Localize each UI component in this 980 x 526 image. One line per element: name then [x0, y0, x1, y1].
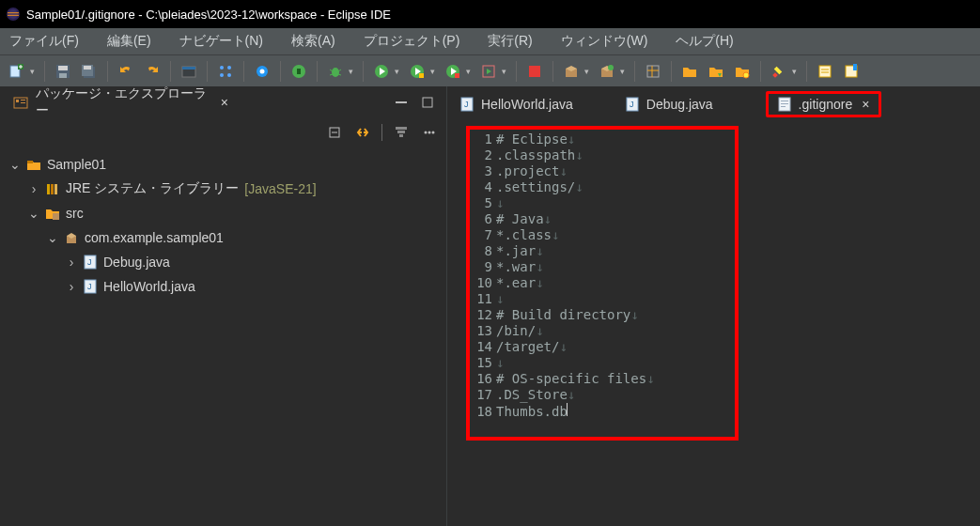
chevron-down-icon[interactable]: ⌄ — [28, 206, 39, 221]
tree-package[interactable]: ⌄ com.example.sample01 — [6, 225, 446, 250]
view-menu-icon[interactable] — [420, 123, 439, 142]
dropdown-icon[interactable]: ▾ — [347, 67, 354, 76]
save-icon[interactable] — [52, 60, 74, 83]
dropdown-icon[interactable]: ▾ — [583, 67, 590, 76]
text-file-icon — [778, 97, 791, 112]
terminate-icon[interactable] — [523, 60, 546, 83]
task-icon[interactable] — [814, 60, 836, 83]
svg-rect-48 — [772, 72, 778, 78]
stop-icon[interactable] — [288, 60, 310, 83]
dropdown-icon[interactable]: ▾ — [428, 67, 436, 76]
tab-debug[interactable]: J Debug.java — [626, 91, 713, 117]
dropdown-icon[interactable]: ▾ — [393, 67, 400, 76]
run-last-icon[interactable] — [442, 60, 464, 83]
tree-jre[interactable]: › JRE システム・ライブラリー [JavaSE-21] — [6, 177, 446, 201]
svg-point-66 — [432, 132, 435, 134]
code-line: # Eclipse — [496, 132, 568, 147]
tree-file[interactable]: › J HelloWorld.java — [6, 274, 446, 299]
new-java-package-icon[interactable] — [560, 60, 583, 83]
chevron-right-icon[interactable]: › — [66, 279, 77, 294]
svg-text:J: J — [87, 257, 92, 267]
svg-rect-69 — [51, 184, 54, 194]
open-folder-icon[interactable] — [678, 60, 701, 83]
menu-nav[interactable]: ナビゲート(N) — [179, 33, 263, 50]
tab-helloworld[interactable]: J HelloWorld.java — [460, 91, 573, 117]
new-java-class-icon[interactable] — [596, 60, 618, 83]
svg-rect-7 — [19, 66, 23, 67]
new-window-icon[interactable] — [642, 60, 664, 83]
menu-help[interactable]: ヘルプ(H) — [676, 33, 733, 50]
maximize-icon[interactable] — [418, 96, 437, 109]
svg-marker-38 — [487, 69, 491, 74]
svg-point-16 — [220, 66, 224, 70]
project-icon — [26, 157, 41, 172]
tree-src[interactable]: ⌄ src — [6, 201, 446, 225]
tab-label: .gitignore — [799, 97, 853, 112]
build-icon[interactable] — [251, 60, 273, 83]
bookmark-icon[interactable] — [840, 60, 863, 83]
svg-rect-85 — [781, 106, 786, 107]
panel-header: パッケージ・エクスプローラー × — [0, 86, 446, 118]
svg-point-24 — [332, 68, 339, 77]
editor-tabs: J HelloWorld.java J Debug.java .gitignor… — [447, 86, 980, 118]
svg-rect-67 — [27, 161, 33, 163]
chevron-right-icon[interactable]: › — [28, 181, 39, 196]
code-line: /bin/ — [496, 323, 536, 338]
tree-file[interactable]: › J Debug.java — [6, 250, 446, 274]
menu-file[interactable]: ファイル(F) — [9, 33, 79, 50]
redo-icon[interactable] — [141, 60, 163, 83]
save-all-icon[interactable] — [78, 60, 101, 83]
filter-icon[interactable] — [392, 123, 411, 142]
open-resource-icon[interactable] — [731, 60, 754, 83]
svg-rect-84 — [781, 103, 788, 104]
dropdown-icon[interactable]: ▾ — [618, 67, 626, 76]
dropdown-icon[interactable]: ▾ — [464, 67, 472, 76]
minimize-icon[interactable] — [392, 96, 411, 109]
open-type-icon[interactable] — [178, 60, 200, 83]
chevron-down-icon[interactable]: ⌄ — [9, 157, 21, 172]
debug-icon[interactable] — [324, 60, 347, 83]
window-title: Sample01/.gitignore - C:\pleiades\2023-1… — [26, 8, 391, 22]
menu-edit[interactable]: 編集(E) — [107, 33, 151, 50]
close-icon[interactable]: × — [215, 93, 234, 112]
svg-rect-62 — [397, 131, 405, 133]
undo-icon[interactable] — [115, 60, 137, 83]
svg-rect-39 — [529, 66, 540, 77]
external-tools-icon[interactable] — [477, 60, 500, 83]
link-editor-icon[interactable] — [353, 123, 372, 142]
run-icon[interactable] — [370, 60, 393, 83]
chevron-right-icon[interactable]: › — [66, 255, 77, 270]
menu-project[interactable]: プロジェクト(P) — [364, 33, 460, 50]
svg-text:J: J — [87, 282, 92, 291]
code-line: # Build directory — [496, 307, 630, 322]
close-icon[interactable]: × — [860, 97, 869, 112]
edit-icon[interactable] — [768, 60, 790, 83]
toggle-breakpoint-icon[interactable] — [214, 60, 237, 83]
file-label: HelloWorld.java — [103, 279, 195, 294]
package-icon — [64, 230, 79, 245]
menu-search[interactable]: 検索(A) — [291, 33, 335, 50]
open-project-icon[interactable] — [705, 60, 727, 83]
chevron-down-icon[interactable]: ⌄ — [47, 230, 58, 245]
editor-content[interactable]: 1# Eclipse↓ 2.classpath↓ 3.project↓ 4.se… — [466, 126, 739, 441]
toolbar: ▾ ▾ ▾ ▾ ▾ ▾ ▾ ▾ ▾ — [0, 54, 980, 86]
coverage-icon[interactable] — [406, 60, 428, 83]
tree-project[interactable]: ⌄ Sample01 — [6, 152, 446, 177]
svg-text:J: J — [630, 100, 634, 109]
tab-label: HelloWorld.java — [481, 97, 573, 112]
code-line: /target/ — [496, 339, 559, 354]
code-line: *.class — [496, 227, 552, 242]
collapse-all-icon[interactable] — [325, 123, 344, 142]
new-icon[interactable] — [6, 60, 28, 83]
code-line: .DS_Store — [496, 387, 568, 402]
dropdown-icon[interactable]: ▾ — [500, 67, 507, 76]
svg-rect-60 — [332, 132, 337, 133]
dropdown-icon[interactable]: ▾ — [790, 67, 798, 76]
file-label: Debug.java — [103, 255, 170, 270]
svg-rect-63 — [399, 134, 403, 137]
menu-window[interactable]: ウィンドウ(W) — [561, 33, 648, 50]
dropdown-icon[interactable]: ▾ — [28, 67, 36, 76]
tab-gitignore[interactable]: .gitignore × — [766, 91, 882, 117]
menu-run[interactable]: 実行(R) — [488, 33, 532, 50]
svg-rect-55 — [21, 100, 25, 101]
